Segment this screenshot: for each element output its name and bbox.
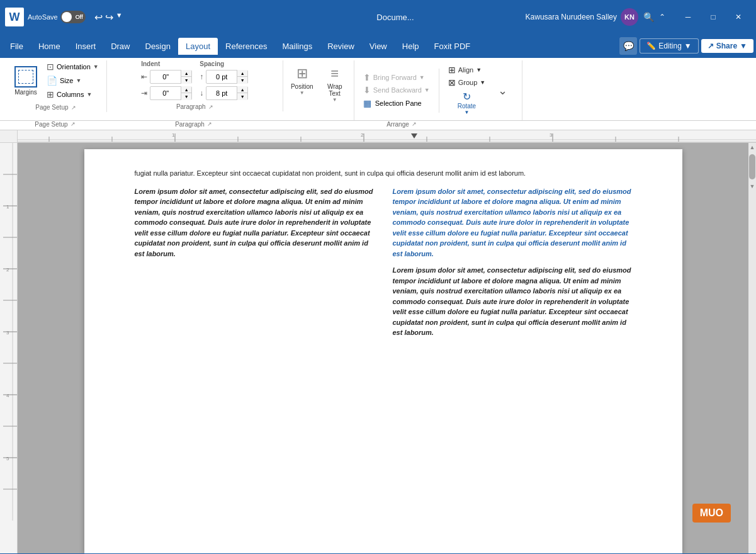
rotate-chevron: ▼	[464, 110, 469, 115]
menu-design[interactable]: Design	[138, 38, 178, 55]
spacing-before-field[interactable]: 0 pt	[206, 73, 237, 81]
spacing-before-down[interactable]: ▼	[237, 77, 247, 84]
menu-insert[interactable]: Insert	[68, 38, 104, 55]
size-label: Size	[60, 77, 73, 84]
send-backward-label: Send Backward	[373, 86, 422, 94]
menu-view[interactable]: View	[362, 38, 395, 55]
paragraph-expand-btn[interactable]: ↗	[207, 121, 212, 128]
share-label: Share	[716, 42, 737, 50]
menu-home[interactable]: Home	[31, 38, 68, 55]
menu-file[interactable]: File	[3, 38, 31, 55]
spacing-after-spinners: ▲ ▼	[237, 86, 247, 100]
columns-label: Columns	[57, 91, 84, 98]
menu-help[interactable]: Help	[395, 38, 427, 55]
page-setup-expand-icon[interactable]: ↗	[71, 105, 76, 111]
window-controls: ─ □ ✕	[675, 8, 751, 26]
scroll-down-arrow[interactable]: ▼	[748, 182, 756, 191]
scroll-up-arrow[interactable]: ▲	[748, 143, 756, 152]
selection-pane-button[interactable]: ▦ Selection Pane	[359, 96, 434, 110]
vertical-scrollbar[interactable]: ▲ ▼	[748, 143, 756, 553]
user-name: Kawusara Nurudeen Salley	[526, 13, 617, 21]
indent-right-row: ⇥ 0" ▲ ▼	[141, 86, 192, 100]
send-backward-icon: ⬇	[363, 85, 371, 95]
menu-references[interactable]: References	[218, 38, 274, 55]
arrange-group-label-text: Arrange	[386, 121, 409, 128]
send-backward-chevron: ▼	[424, 87, 430, 93]
indent-left-spinners: ▲ ▼	[181, 70, 191, 84]
scroll-thumb[interactable]	[749, 154, 755, 179]
undo-redo-area: ↩ ↪ ▼	[94, 11, 123, 23]
share-button[interactable]: ↗ Share ▼	[701, 39, 753, 53]
indent-left-field[interactable]: 0"	[150, 73, 181, 81]
indent-left-down[interactable]: ▼	[181, 77, 191, 84]
spacing-after-up[interactable]: ▲	[237, 86, 247, 93]
redo-button[interactable]: ↪	[105, 11, 113, 23]
paragraph-content: Indent ⇤ 0" ▲ ▼ ⇥	[141, 60, 248, 100]
page-setup-expand-btn[interactable]: ↗	[71, 121, 76, 128]
size-icon: 📄	[47, 76, 57, 86]
spacing-before-input[interactable]: 0 pt ▲ ▼	[206, 70, 248, 84]
rotate-button[interactable]: ↻ Rotate ▼	[444, 89, 490, 117]
spacing-before-up[interactable]: ▲	[237, 70, 247, 77]
indent-left-input[interactable]: 0" ▲ ▼	[150, 70, 192, 84]
position-button[interactable]: ⊞ Position ▼	[287, 63, 317, 105]
group-button[interactable]: ⊠ Group ▼	[444, 76, 490, 89]
send-backward-button[interactable]: ⬇ Send Backward ▼	[359, 84, 434, 96]
indent-left-up[interactable]: ▲	[181, 70, 191, 77]
muo-watermark: MUO	[692, 504, 731, 523]
columns-button[interactable]: ⊞ Columns ▼	[44, 88, 101, 101]
align-button[interactable]: ⊞ Align ▼	[444, 64, 490, 76]
arrange-more-button[interactable]: ⌄	[495, 82, 510, 99]
spacing-after-field[interactable]: 8 pt	[206, 89, 237, 97]
position-dropdown-icon: ▼	[300, 90, 305, 96]
close-button[interactable]: ✕	[726, 8, 751, 26]
maximize-button[interactable]: □	[701, 8, 726, 26]
menu-mailings[interactable]: Mailings	[275, 38, 320, 55]
col1-text: Lorem ipsum dolor sit amet, consectetur …	[135, 186, 374, 259]
autosave-toggle[interactable]: Off	[60, 11, 86, 23]
v-ruler-svg: 1 2 3 4 5	[0, 143, 18, 521]
minimize-button[interactable]: ─	[675, 8, 701, 26]
menu-draw[interactable]: Draw	[103, 38, 137, 55]
paragraph-expand-icon[interactable]: ↗	[208, 104, 213, 110]
editing-button[interactable]: ✏️ Editing ▼	[640, 38, 699, 54]
arrange-expand-btn[interactable]: ↗	[412, 121, 417, 128]
menu-review[interactable]: Review	[320, 38, 362, 55]
menu-foxit[interactable]: Foxit PDF	[427, 38, 478, 55]
orientation-button[interactable]: ⊡ Orientation ▼	[44, 60, 101, 73]
doc-col-2: Lorem ipsum dolor sit amet, consectetur …	[393, 186, 632, 338]
indent-right-up[interactable]: ▲	[181, 86, 191, 93]
autosave-label: AutoSave	[28, 13, 58, 21]
indent-right-down[interactable]: ▼	[181, 93, 191, 100]
spacing-after-down[interactable]: ▼	[237, 93, 247, 100]
margins-icon	[14, 66, 37, 88]
size-button[interactable]: 📄 Size ▼	[44, 74, 101, 87]
spacing-after-input[interactable]: 8 pt ▲ ▼	[206, 86, 248, 100]
spacing-before-row: ↑ 0 pt ▲ ▼	[200, 70, 248, 84]
undo-button[interactable]: ↩	[94, 11, 103, 23]
indent-right-spinners: ▲ ▼	[181, 86, 191, 100]
ribbon-collapse-icon[interactable]: ⌃	[659, 13, 665, 21]
size-chevron: ▼	[76, 77, 81, 84]
ruler-corner	[0, 130, 18, 142]
menu-layout[interactable]: Layout	[178, 38, 218, 55]
customize-qat-button[interactable]: ▼	[116, 11, 123, 23]
search-icon[interactable]: 🔍	[643, 12, 654, 22]
page-setup-content: Margins ⊡ Orientation ▼ 📄 Size ▼ ⊞ Colum…	[10, 60, 101, 101]
wrap-text-dropdown-icon: ▼	[332, 97, 337, 103]
svg-text:2: 2	[6, 267, 9, 273]
doc-scroll-area[interactable]: fugiat nulla pariatur. Excepteur sint oc…	[18, 143, 748, 553]
editing-pencil-icon: ✏️	[646, 42, 656, 50]
ruler-area: 1 2 3	[0, 130, 756, 143]
intro-text: fugiat nulla pariatur. Excepteur sint oc…	[135, 168, 632, 179]
comments-button[interactable]: 💬	[619, 37, 637, 55]
bring-forward-button[interactable]: ⬆ Bring Forward ▼	[359, 71, 434, 84]
wrap-text-button[interactable]: ≡ Wrap Text ▼	[320, 63, 350, 105]
svg-marker-15	[411, 133, 417, 138]
indent-right-icon: ⇥	[141, 89, 147, 98]
indent-right-input[interactable]: 0" ▲ ▼	[150, 86, 192, 100]
ribbon-labels-row: Page Setup ↗ Paragraph ↗ Arrange ↗	[0, 121, 756, 130]
user-avatar: KN	[621, 8, 638, 26]
indent-right-field[interactable]: 0"	[150, 89, 181, 97]
margins-button[interactable]: Margins	[10, 64, 42, 98]
